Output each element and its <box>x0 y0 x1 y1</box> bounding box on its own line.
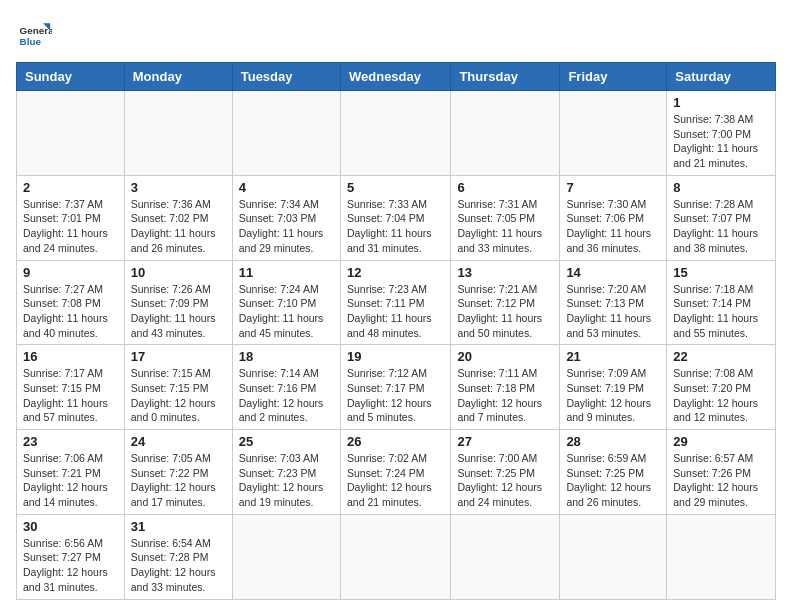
day-header-thursday: Thursday <box>451 63 560 91</box>
day-info: Sunrise: 7:38 AM Sunset: 7:00 PM Dayligh… <box>673 112 769 171</box>
calendar-cell: 18Sunrise: 7:14 AM Sunset: 7:16 PM Dayli… <box>232 345 340 430</box>
day-info: Sunrise: 7:12 AM Sunset: 7:17 PM Dayligh… <box>347 366 444 425</box>
calendar-cell <box>667 514 776 599</box>
day-number: 25 <box>239 434 334 449</box>
calendar-week-row: 23Sunrise: 7:06 AM Sunset: 7:21 PM Dayli… <box>17 430 776 515</box>
calendar-cell: 2Sunrise: 7:37 AM Sunset: 7:01 PM Daylig… <box>17 175 125 260</box>
day-info: Sunrise: 6:54 AM Sunset: 7:28 PM Dayligh… <box>131 536 226 595</box>
calendar-cell: 26Sunrise: 7:02 AM Sunset: 7:24 PM Dayli… <box>340 430 450 515</box>
calendar-week-row: 16Sunrise: 7:17 AM Sunset: 7:15 PM Dayli… <box>17 345 776 430</box>
calendar-cell <box>232 514 340 599</box>
day-info: Sunrise: 7:36 AM Sunset: 7:02 PM Dayligh… <box>131 197 226 256</box>
day-info: Sunrise: 7:14 AM Sunset: 7:16 PM Dayligh… <box>239 366 334 425</box>
day-number: 21 <box>566 349 660 364</box>
day-info: Sunrise: 7:18 AM Sunset: 7:14 PM Dayligh… <box>673 282 769 341</box>
day-info: Sunrise: 7:11 AM Sunset: 7:18 PM Dayligh… <box>457 366 553 425</box>
day-number: 31 <box>131 519 226 534</box>
day-info: Sunrise: 6:57 AM Sunset: 7:26 PM Dayligh… <box>673 451 769 510</box>
calendar-cell: 1Sunrise: 7:38 AM Sunset: 7:00 PM Daylig… <box>667 91 776 176</box>
calendar-cell <box>560 514 667 599</box>
day-info: Sunrise: 6:59 AM Sunset: 7:25 PM Dayligh… <box>566 451 660 510</box>
calendar-cell: 29Sunrise: 6:57 AM Sunset: 7:26 PM Dayli… <box>667 430 776 515</box>
day-header-saturday: Saturday <box>667 63 776 91</box>
calendar-cell: 16Sunrise: 7:17 AM Sunset: 7:15 PM Dayli… <box>17 345 125 430</box>
calendar-cell: 20Sunrise: 7:11 AM Sunset: 7:18 PM Dayli… <box>451 345 560 430</box>
day-number: 5 <box>347 180 444 195</box>
day-info: Sunrise: 7:15 AM Sunset: 7:15 PM Dayligh… <box>131 366 226 425</box>
day-info: Sunrise: 7:33 AM Sunset: 7:04 PM Dayligh… <box>347 197 444 256</box>
day-number: 29 <box>673 434 769 449</box>
day-number: 17 <box>131 349 226 364</box>
calendar-cell <box>451 514 560 599</box>
day-number: 3 <box>131 180 226 195</box>
day-number: 12 <box>347 265 444 280</box>
calendar-cell: 19Sunrise: 7:12 AM Sunset: 7:17 PM Dayli… <box>340 345 450 430</box>
day-info: Sunrise: 7:30 AM Sunset: 7:06 PM Dayligh… <box>566 197 660 256</box>
day-info: Sunrise: 7:09 AM Sunset: 7:19 PM Dayligh… <box>566 366 660 425</box>
day-info: Sunrise: 6:56 AM Sunset: 7:27 PM Dayligh… <box>23 536 118 595</box>
day-header-monday: Monday <box>124 63 232 91</box>
calendar-cell: 3Sunrise: 7:36 AM Sunset: 7:02 PM Daylig… <box>124 175 232 260</box>
calendar-week-row: 1Sunrise: 7:38 AM Sunset: 7:00 PM Daylig… <box>17 91 776 176</box>
day-info: Sunrise: 7:34 AM Sunset: 7:03 PM Dayligh… <box>239 197 334 256</box>
calendar-cell: 27Sunrise: 7:00 AM Sunset: 7:25 PM Dayli… <box>451 430 560 515</box>
calendar-cell: 31Sunrise: 6:54 AM Sunset: 7:28 PM Dayli… <box>124 514 232 599</box>
day-info: Sunrise: 7:20 AM Sunset: 7:13 PM Dayligh… <box>566 282 660 341</box>
day-info: Sunrise: 7:31 AM Sunset: 7:05 PM Dayligh… <box>457 197 553 256</box>
calendar-cell <box>17 91 125 176</box>
calendar-week-row: 2Sunrise: 7:37 AM Sunset: 7:01 PM Daylig… <box>17 175 776 260</box>
day-number: 13 <box>457 265 553 280</box>
day-info: Sunrise: 7:26 AM Sunset: 7:09 PM Dayligh… <box>131 282 226 341</box>
day-number: 26 <box>347 434 444 449</box>
calendar-cell: 7Sunrise: 7:30 AM Sunset: 7:06 PM Daylig… <box>560 175 667 260</box>
calendar-cell: 13Sunrise: 7:21 AM Sunset: 7:12 PM Dayli… <box>451 260 560 345</box>
day-number: 22 <box>673 349 769 364</box>
day-number: 2 <box>23 180 118 195</box>
day-number: 11 <box>239 265 334 280</box>
calendar-cell: 23Sunrise: 7:06 AM Sunset: 7:21 PM Dayli… <box>17 430 125 515</box>
calendar-table: SundayMondayTuesdayWednesdayThursdayFrid… <box>16 62 776 600</box>
calendar-cell: 24Sunrise: 7:05 AM Sunset: 7:22 PM Dayli… <box>124 430 232 515</box>
day-info: Sunrise: 7:06 AM Sunset: 7:21 PM Dayligh… <box>23 451 118 510</box>
calendar-header-row: SundayMondayTuesdayWednesdayThursdayFrid… <box>17 63 776 91</box>
day-number: 28 <box>566 434 660 449</box>
calendar-cell <box>560 91 667 176</box>
day-number: 9 <box>23 265 118 280</box>
day-number: 14 <box>566 265 660 280</box>
calendar-cell: 25Sunrise: 7:03 AM Sunset: 7:23 PM Dayli… <box>232 430 340 515</box>
day-number: 15 <box>673 265 769 280</box>
day-info: Sunrise: 7:37 AM Sunset: 7:01 PM Dayligh… <box>23 197 118 256</box>
calendar-cell: 22Sunrise: 7:08 AM Sunset: 7:20 PM Dayli… <box>667 345 776 430</box>
day-number: 8 <box>673 180 769 195</box>
calendar-cell <box>124 91 232 176</box>
svg-text:Blue: Blue <box>20 36 42 47</box>
day-info: Sunrise: 7:17 AM Sunset: 7:15 PM Dayligh… <box>23 366 118 425</box>
day-info: Sunrise: 7:03 AM Sunset: 7:23 PM Dayligh… <box>239 451 334 510</box>
calendar-cell: 21Sunrise: 7:09 AM Sunset: 7:19 PM Dayli… <box>560 345 667 430</box>
logo-icon: General Blue <box>16 16 52 52</box>
day-info: Sunrise: 7:08 AM Sunset: 7:20 PM Dayligh… <box>673 366 769 425</box>
day-header-tuesday: Tuesday <box>232 63 340 91</box>
page-header: General Blue <box>16 16 776 52</box>
calendar-cell: 8Sunrise: 7:28 AM Sunset: 7:07 PM Daylig… <box>667 175 776 260</box>
day-header-wednesday: Wednesday <box>340 63 450 91</box>
logo: General Blue <box>16 16 56 52</box>
day-header-friday: Friday <box>560 63 667 91</box>
day-info: Sunrise: 7:27 AM Sunset: 7:08 PM Dayligh… <box>23 282 118 341</box>
calendar-cell <box>232 91 340 176</box>
day-number: 30 <box>23 519 118 534</box>
day-info: Sunrise: 7:21 AM Sunset: 7:12 PM Dayligh… <box>457 282 553 341</box>
day-number: 10 <box>131 265 226 280</box>
calendar-cell: 4Sunrise: 7:34 AM Sunset: 7:03 PM Daylig… <box>232 175 340 260</box>
calendar-cell: 9Sunrise: 7:27 AM Sunset: 7:08 PM Daylig… <box>17 260 125 345</box>
day-number: 16 <box>23 349 118 364</box>
calendar-cell: 14Sunrise: 7:20 AM Sunset: 7:13 PM Dayli… <box>560 260 667 345</box>
day-number: 20 <box>457 349 553 364</box>
calendar-cell: 12Sunrise: 7:23 AM Sunset: 7:11 PM Dayli… <box>340 260 450 345</box>
day-info: Sunrise: 7:23 AM Sunset: 7:11 PM Dayligh… <box>347 282 444 341</box>
calendar-cell: 10Sunrise: 7:26 AM Sunset: 7:09 PM Dayli… <box>124 260 232 345</box>
day-number: 6 <box>457 180 553 195</box>
day-number: 1 <box>673 95 769 110</box>
day-info: Sunrise: 7:02 AM Sunset: 7:24 PM Dayligh… <box>347 451 444 510</box>
calendar-cell <box>340 91 450 176</box>
